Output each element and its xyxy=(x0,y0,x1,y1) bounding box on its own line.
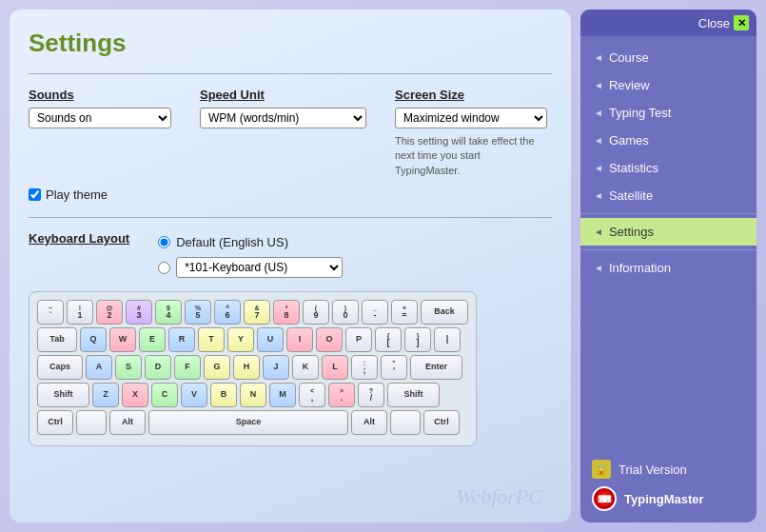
key-2: @2 xyxy=(96,300,123,325)
sidebar-top: Close ✕ xyxy=(580,10,756,36)
alt-layout-select[interactable]: *101-Keyboard (US) xyxy=(176,257,343,278)
keyboard-layout-label: Keyboard Layout xyxy=(29,231,129,246)
sidebar-item-typing-test-label: Typing Test xyxy=(609,106,672,120)
nav-arrow-settings: ◄ xyxy=(594,227,603,237)
keyboard-visual: ~` !1 @2 #3 $4 %5 ^6 &7 *8 (9 )0 _- += B… xyxy=(29,291,477,446)
nav-arrow-statistics: ◄ xyxy=(594,163,603,173)
play-theme-row: Play theme xyxy=(29,187,552,202)
key-alt-right: Alt xyxy=(351,410,387,435)
sidebar-item-typing-test[interactable]: ◄ Typing Test xyxy=(580,99,756,127)
play-theme-checkbox[interactable] xyxy=(29,188,41,201)
sidebar-item-satellite-label: Satellite xyxy=(609,188,653,203)
sidebar-item-review[interactable]: ◄ Review xyxy=(580,71,756,99)
key-4: $4 xyxy=(155,300,182,325)
page-title: Settings xyxy=(29,29,552,58)
sounds-select[interactable]: Sounds on Sounds off xyxy=(29,108,171,128)
speed-unit-select[interactable]: WPM (words/min) CPM (chars/min) KPH (key… xyxy=(200,108,366,128)
key-minus: _- xyxy=(362,300,388,325)
key-q: Q xyxy=(80,327,107,352)
key-n: N xyxy=(240,383,266,407)
key-i: I xyxy=(286,327,313,352)
key-w: W xyxy=(109,327,136,352)
nav-arrow-information: ◄ xyxy=(594,263,603,273)
sidebar-item-statistics-label: Statistics xyxy=(609,161,658,175)
default-layout-radio[interactable] xyxy=(158,236,170,248)
sidebar-item-settings[interactable]: ◄ Settings xyxy=(580,218,756,246)
key-x: X xyxy=(122,383,148,407)
nav-arrow-satellite: ◄ xyxy=(594,190,603,201)
kb-row-3: Caps A S D F G H J K L :; "' Enter xyxy=(37,355,468,380)
sidebar-item-satellite[interactable]: ◄ Satellite xyxy=(580,182,756,209)
sidebar-item-statistics[interactable]: ◄ Statistics xyxy=(580,154,756,182)
sidebar-item-course[interactable]: ◄ Course xyxy=(580,44,756,71)
key-quote: "' xyxy=(381,355,407,380)
sidebar-item-settings-label: Settings xyxy=(609,225,654,239)
key-7: &7 xyxy=(244,300,270,325)
kb-row-4: Shift Z X C V B N M <, >. ?/ Shift xyxy=(37,383,468,407)
play-theme-label[interactable]: Play theme xyxy=(46,187,108,202)
alt-layout-option: *101-Keyboard (US) xyxy=(158,257,343,278)
key-l: L xyxy=(322,355,348,380)
key-alt-left: Alt xyxy=(109,410,146,435)
sounds-label: Sounds xyxy=(29,88,171,102)
nav-arrow-review: ◄ xyxy=(594,80,603,90)
sidebar-item-information[interactable]: ◄ Information xyxy=(580,254,756,282)
key-o: O xyxy=(316,327,343,352)
alt-layout-radio[interactable] xyxy=(158,262,170,274)
key-u: U xyxy=(257,327,284,352)
sidebar-item-games-label: Games xyxy=(609,133,649,148)
sidebar-divider-2 xyxy=(580,249,756,250)
sidebar-item-games[interactable]: ◄ Games xyxy=(580,127,756,154)
key-6: ^6 xyxy=(214,300,241,325)
key-s: S xyxy=(115,355,142,380)
key-comma: <, xyxy=(299,383,325,407)
brand-label: TypingMaster xyxy=(624,492,704,506)
key-backspace: Back xyxy=(421,300,468,325)
key-tab: Tab xyxy=(37,327,77,352)
key-shift-left: Shift xyxy=(37,383,89,407)
key-a: A xyxy=(86,355,112,380)
key-y: Y xyxy=(227,327,254,352)
key-0: )0 xyxy=(332,300,359,325)
sidebar: Close ✕ ◄ Course ◄ Review ◄ Typing Test … xyxy=(580,10,756,522)
key-1: !1 xyxy=(67,300,93,325)
key-ctrl-right: Ctrl xyxy=(423,410,460,435)
brand-icon: ⌨ xyxy=(592,486,617,511)
kb-row-5: Ctrl Alt Space Alt Ctrl xyxy=(37,410,468,435)
close-label: Close xyxy=(698,16,730,30)
nav-arrow-typing-test: ◄ xyxy=(594,108,603,118)
key-win-left xyxy=(76,410,107,435)
nav-arrow-course: ◄ xyxy=(594,52,603,63)
key-enter: Enter xyxy=(410,355,462,380)
close-button[interactable]: Close ✕ xyxy=(698,15,749,30)
sidebar-item-information-label: Information xyxy=(609,261,671,275)
screen-size-label: Screen Size xyxy=(395,88,547,102)
default-layout-option: Default (English US) xyxy=(158,235,343,249)
speed-unit-label: Speed Unit xyxy=(200,88,366,102)
sidebar-item-review-label: Review xyxy=(609,78,650,92)
key-9: (9 xyxy=(303,300,329,325)
kb-row-2: Tab Q W E R T Y U I O P {[ }] | xyxy=(37,327,468,352)
key-t: T xyxy=(198,327,225,352)
settings-row: Sounds Sounds on Sounds off Speed Unit W… xyxy=(29,88,552,178)
key-z: Z xyxy=(92,383,119,407)
nav-arrow-games: ◄ xyxy=(594,135,603,146)
close-x-icon: ✕ xyxy=(734,15,749,30)
key-pipe: | xyxy=(434,327,461,352)
key-5: %5 xyxy=(185,300,211,325)
key-win-right xyxy=(390,410,421,435)
key-m: M xyxy=(269,383,296,407)
screen-size-select[interactable]: Maximized window Full screen 800x600 xyxy=(395,108,547,128)
key-d: D xyxy=(145,355,171,380)
key-3: #3 xyxy=(126,300,152,325)
key-j: J xyxy=(263,355,289,380)
key-p: P xyxy=(345,327,372,352)
key-tilde: ~` xyxy=(37,300,64,325)
key-b: B xyxy=(210,383,237,407)
key-h: H xyxy=(233,355,260,380)
key-f: F xyxy=(174,355,201,380)
key-period: >. xyxy=(328,383,355,407)
sidebar-divider xyxy=(580,213,756,214)
key-v: V xyxy=(181,383,207,407)
key-semi: :; xyxy=(351,355,378,380)
